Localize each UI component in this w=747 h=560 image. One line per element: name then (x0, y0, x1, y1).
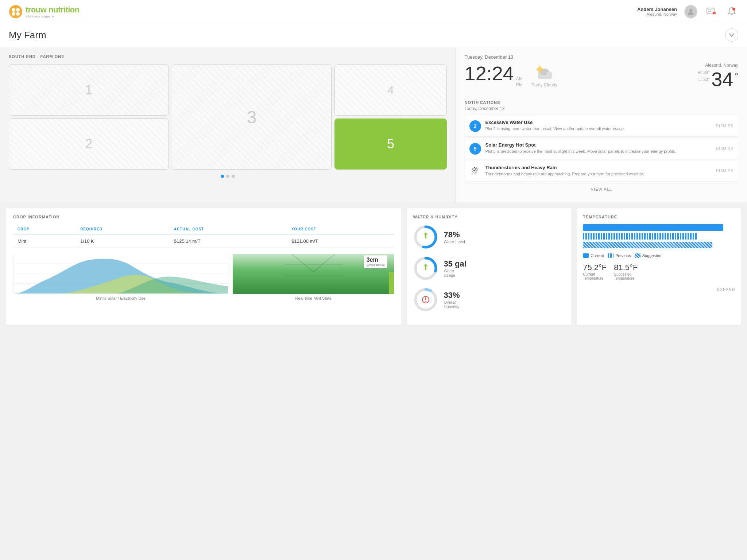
notif-dismiss-1[interactable]: DISMISS (712, 124, 734, 128)
divider (465, 95, 738, 95)
weather-hl: H: 39° L: 33° (698, 69, 710, 83)
dot-3[interactable] (232, 175, 235, 178)
weather-temp-block: Alesund, Norway H: 39° L: 33° 34 ° (698, 63, 738, 89)
gauge-water-usage-value: 35 gal (444, 259, 466, 269)
weather-city: Alesund, Norway (698, 63, 738, 68)
gauge-water-usage-chart (413, 256, 438, 281)
solar-chart-label: Mint's Solar / Electricity Use (13, 296, 228, 300)
notif-desc-1: Plot 2 is using more water than usual. V… (485, 126, 708, 132)
cell-your-cost: $121.00 m/T (287, 234, 394, 248)
temperature-panel: TEMPERATURE Current Previous (577, 208, 741, 325)
svg-point-5 (689, 9, 692, 12)
temperature-title: TEMPERATURE (583, 215, 735, 219)
logo: trouw nutrition a Nutreco company (9, 5, 80, 19)
water-bar (389, 272, 394, 294)
gauge-water-level-value: 78% (444, 230, 465, 240)
gauge-water-level: 78% Water Level (413, 224, 565, 250)
dot-2[interactable] (226, 175, 229, 178)
notif-dismiss-3[interactable]: DISMISS (712, 169, 734, 173)
svg-rect-20 (538, 75, 552, 79)
notif-title-2: Solar Energy Hot Spot (485, 142, 708, 148)
legend-previous: Previous (608, 253, 631, 258)
expand-button[interactable]: EXPAND (717, 287, 735, 292)
weather-pm: PM (516, 82, 523, 88)
water-intake-badge: 3cm Water Intake (364, 255, 388, 268)
cell-actual-cost: $125.14 m/T (170, 234, 287, 248)
avatar (684, 5, 697, 19)
notifications-list: 2 Excessive Water Use Plot 2 is using mo… (465, 115, 738, 182)
mint-photo-label: Real-time Mint State (233, 296, 394, 300)
plot-1[interactable]: 1 (9, 65, 169, 116)
crop-table: CROP REQUIRED ACTUAL COST YOUR COST Mint… (13, 224, 394, 248)
svg-point-2 (16, 8, 20, 12)
temp-current-value: 75.2°F (583, 263, 607, 272)
logo-brand: trouw nutrition (26, 5, 80, 15)
weather-time: 12:24 (465, 63, 514, 83)
weather-cloud-icon (533, 64, 555, 80)
avatar-button[interactable] (684, 5, 697, 18)
crop-information: CROP INFORMATION CROP REQUIRED ACTUAL CO… (6, 208, 401, 325)
notif-content-2: Solar Energy Hot Spot Plot 5 is predicte… (485, 142, 708, 154)
gauge-water-usage-info: 35 gal Water Usage (444, 259, 466, 277)
weather-main: 12:24 AM PM (465, 63, 738, 89)
notification-button[interactable] (725, 5, 738, 18)
pagination-dots (9, 175, 447, 178)
plot-4[interactable]: 4 (334, 65, 446, 116)
logo-trouw: trouw (26, 5, 46, 14)
col-crop: CROP (13, 224, 76, 234)
weather-temp: 34 (711, 69, 733, 89)
notif-title-1: Excessive Water Use (485, 120, 708, 125)
col-your-cost: YOUR COST (287, 224, 394, 234)
water-intake-label: Water Intake (367, 263, 385, 267)
top-section: SOUTH END - FARM ONE 1 3 4 2 (0, 47, 747, 202)
user-location: Alesund, Norway (637, 12, 677, 16)
temp-suggested-block: 81.5°F Suggested Temperature (614, 263, 638, 280)
header: trouw nutrition a Nutreco company Anders… (0, 0, 747, 23)
chevron-button[interactable] (725, 28, 738, 42)
solar-chart (13, 254, 228, 294)
notifications-header: NOTIFICATIONS (465, 100, 738, 105)
legend-label-previous: Previous (615, 253, 631, 258)
plot-2[interactable]: 2 (9, 118, 169, 170)
notif-badge-2: 5 (469, 143, 481, 155)
water-intake-value: 3cm (367, 257, 385, 263)
gauge-water-level-chart (413, 224, 438, 250)
chevron-down-icon (729, 33, 734, 37)
mint-photo-block: 3cm Water Intake Real-time Mint State (233, 254, 394, 300)
gauge-humidity-info: 33% Overall Humidity (444, 291, 460, 309)
gauge-humidity-chart (413, 287, 438, 312)
temp-bar-previous-row (583, 233, 735, 240)
temp-bar-current (583, 224, 723, 231)
notification-item-3: ⛈ Thunderstorms and Heavy Rain Thunderst… (465, 160, 738, 182)
notif-desc-2: Plot 5 is predicted to receive the most … (485, 149, 708, 154)
legend-suggested: Suggested (635, 253, 662, 258)
notif-desc-3: Thunderstorms and heavy rain are approac… (485, 171, 708, 177)
user-info: Anders Johansen Alesund, Norway (637, 7, 677, 16)
logo-text: trouw nutrition a Nutreco company (26, 5, 80, 18)
gauge-humidity: 33% Overall Humidity (413, 287, 565, 312)
crop-info-title: CROP INFORMATION (13, 215, 394, 219)
temp-bar-suggested (583, 242, 712, 248)
notification-item-2: 5 Solar Energy Hot Spot Plot 5 is predic… (465, 137, 738, 159)
view-all-button[interactable]: VIEW ALL (465, 183, 738, 195)
bell-icon (727, 7, 736, 16)
weather-time-block: 12:24 AM PM (465, 63, 523, 88)
water-humidity-title: WATER & HUMIDITY (413, 215, 565, 219)
plot-2-number: 2 (85, 136, 92, 152)
svg-rect-40 (425, 265, 426, 270)
dot-1[interactable] (221, 175, 224, 178)
notifications-date: Today, December 13 (465, 106, 738, 111)
legend-swatch-current (583, 253, 589, 258)
header-right: Anders Johansen Alesund, Norway 2 (637, 5, 738, 18)
weather-temp-unit: ° (735, 71, 738, 81)
notif-dismiss-2[interactable]: DISMISS (712, 147, 734, 151)
user-name: Anders Johansen (637, 7, 677, 12)
gauge-water-usage: 35 gal Water Usage (413, 256, 565, 281)
temp-bar-suggested-row (583, 242, 735, 248)
svg-rect-36 (425, 234, 426, 238)
plot-3[interactable]: 3 (172, 65, 332, 170)
svg-point-1 (12, 8, 15, 12)
logo-sub: a Nutreco company (26, 15, 80, 18)
chat-button[interactable]: 2 (705, 5, 718, 18)
plot-5[interactable]: 5 (334, 118, 446, 170)
